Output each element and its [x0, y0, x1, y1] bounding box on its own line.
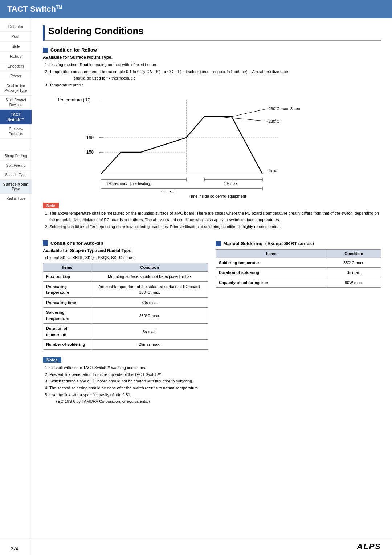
notes-item-1: Consult with us for TACT Switch™ washing… [49, 364, 381, 371]
svg-text:260˚C max. 3 sec max.: 260˚C max. 3 sec max. [269, 106, 301, 111]
sidebar-item-detector[interactable]: Detector [0, 22, 32, 32]
sidebar-item-slide[interactable]: Slide [0, 42, 32, 52]
sub-sidebar-sharp[interactable]: Sharp Feeling [0, 151, 32, 161]
notes-list: Consult with us for TACT Switch™ washing… [43, 364, 381, 405]
manual-table: Items Condition Soldering temperature 35… [216, 249, 381, 288]
svg-text:Time: Time [268, 168, 278, 173]
sidebar-item-push[interactable]: Push [0, 32, 32, 41]
svg-text:120 sec max.（pre-heating）: 120 sec max.（pre-heating） [106, 182, 154, 186]
auto-dip-col-items: Items [43, 263, 91, 272]
svg-text:Temperature (˚C): Temperature (˚C) [57, 97, 90, 102]
auto-dip-heading: Conditions for Auto-dip [43, 240, 208, 246]
auto-dip-duration-cond: 5s max. [91, 324, 208, 340]
sidebar-item-tact[interactable]: TACT Switch™ [0, 110, 32, 125]
sidebar: Detector Push Slide Rotary Encoders Powe… [0, 18, 32, 555]
note-item-1: The above temperature shall be measured … [49, 210, 381, 223]
header: TACT SwitchTM [0, 0, 392, 18]
auto-dip-soldtemp-item: Soldering temperature [43, 308, 91, 324]
notes-item-5: Use the flux with a specific gravity of … [49, 392, 381, 405]
sub-sidebar-snapin[interactable]: Snap-in Type [0, 170, 32, 180]
auto-dip-table: Items Condition Flux built-up Mounting s… [43, 263, 208, 350]
two-col-section: Conditions for Auto-dip Available for Sn… [43, 235, 381, 350]
sub-sidebar-radial[interactable]: Radial Type [0, 194, 32, 203]
notes-item-4: The second soldering should be done afte… [49, 385, 381, 392]
manual-heading: Manual Soldering（Except SKRT series） [216, 240, 381, 247]
alps-logo: ALPS [357, 542, 381, 551]
manual-col-items: Items [216, 249, 327, 258]
main-content: Soldering Conditions Condition for Reflo… [32, 18, 392, 555]
svg-line-12 [217, 117, 268, 121]
reflow-list: Heating method: Double heating method wi… [43, 61, 381, 89]
sidebar-item-encoders[interactable]: Encoders [0, 61, 32, 71]
note-list: The above temperature shall be measured … [43, 210, 381, 230]
blue-square-3-icon [216, 241, 221, 246]
layout: Detector Push Slide Rotary Encoders Powe… [0, 18, 392, 555]
auto-dip-duration-item: Duration of immersion [43, 324, 91, 340]
reflow-item-2: Temperature measurement: Thermocouple 0.… [49, 68, 381, 82]
table-row: Preheating temperature Ambient temperatu… [43, 281, 208, 297]
svg-text:230˚C: 230˚C [269, 119, 279, 123]
manual-soldtemp-cond: 350°C max. [327, 258, 381, 268]
auto-dip-flux-item: Flux built-up [43, 272, 91, 282]
auto-dip-soldtemp-cond: 260°C max. [91, 308, 208, 324]
sidebar-item-rotary[interactable]: Rotary [0, 52, 32, 61]
auto-dip-except: （Except SKHJ, SKHL, SKQJ, SKQK, SKEG ser… [43, 255, 208, 261]
auto-dip-pretemp-item: Preheating temperature [43, 281, 91, 297]
chart-svg: Temperature (˚C) 150 180 [54, 94, 301, 192]
notes-box: Notes Consult with us for TACT Switch™ w… [43, 357, 381, 405]
table-row: Duration of immersion 5s max. [43, 324, 208, 340]
note-label: Note [43, 203, 59, 208]
svg-text:3 to 4min.: 3 to 4min. [161, 190, 179, 192]
sidebar-item-custom[interactable]: Custom-Products [0, 125, 32, 139]
sub-sidebar-soft[interactable]: Soft Feeling [0, 161, 32, 170]
page-title: Soldering Conditions [43, 25, 381, 41]
note-item-2: Soldering conditions differ depending on… [49, 223, 381, 230]
auto-dip-pretime-item: Preheating time [43, 297, 91, 308]
reflow-sublabel: Available for Surface Mount Type. [43, 55, 381, 60]
auto-dip-flux-cond: Mounting surface should not be exposed t… [91, 272, 208, 282]
manual-soldering-section: Manual Soldering（Except SKRT series） Ite… [216, 235, 381, 350]
manual-duration-cond: 3s max. [327, 268, 381, 278]
auto-dip-pretemp-cond: Ambient temperature of the soldered surf… [91, 281, 208, 297]
manual-capacity-item: Capacity of soldering iron [216, 278, 327, 288]
notes-label: Notes [43, 357, 61, 363]
manual-capacity-cond: 60W max. [327, 278, 381, 288]
chart-caption: Time inside soldering equipment [54, 194, 381, 198]
note-box: Note The above temperature shall be meas… [43, 203, 381, 230]
sidebar-item-power[interactable]: Power [0, 71, 32, 81]
footer: 374 ALPS [0, 538, 392, 555]
sub-sidebar-surface[interactable]: Surface Mount Type [0, 180, 32, 194]
auto-dip-number-cond: 2times max. [91, 340, 208, 350]
blue-square-2-icon [43, 240, 48, 246]
manual-col-condition: Condition [327, 249, 381, 258]
svg-line-10 [232, 109, 268, 117]
auto-dip-number-item: Number of soldering [43, 340, 91, 350]
table-row: Soldering temperature 260°C max. [43, 308, 208, 324]
svg-text:180: 180 [86, 135, 94, 140]
auto-dip-col-condition: Condition [91, 263, 208, 272]
reflow-item-1: Heating method: Double heating method wi… [49, 61, 381, 68]
svg-text:40s max.: 40s max. [224, 182, 238, 186]
notes-item-3: Switch terminals and a PC board should n… [49, 378, 381, 385]
temperature-chart: Temperature (˚C) 150 180 [54, 94, 381, 198]
auto-dip-section: Conditions for Auto-dip Available for Sn… [43, 235, 208, 350]
auto-dip-pretime-cond: 60s max. [91, 297, 208, 308]
sidebar-item-dual[interactable]: Dual-in-line Package Type [0, 81, 32, 96]
svg-text:150: 150 [86, 150, 94, 155]
table-row: Number of soldering 2times max. [43, 340, 208, 350]
notes-item-2: Prevent flux penetration from the top si… [49, 371, 381, 378]
manual-duration-item: Duration of soldering [216, 268, 327, 278]
reflow-heading: Condition for Reflow [43, 47, 381, 53]
reflow-item-3: Temperature profile [49, 82, 381, 89]
manual-soldtemp-item: Soldering temperature [216, 258, 327, 268]
page-number: 374 [11, 546, 18, 551]
table-row: Flux built-up Mounting surface should no… [43, 272, 208, 282]
blue-square-icon [43, 48, 48, 53]
auto-dip-sublabel: Available for Snap-in Type and Radial Ty… [43, 248, 208, 253]
table-row: Soldering temperature 350°C max. [216, 258, 381, 268]
table-row: Capacity of soldering iron 60W max. [216, 278, 381, 288]
sidebar-item-multi[interactable]: Multi Control Devices [0, 96, 32, 110]
table-row: Duration of soldering 3s max. [216, 268, 381, 278]
header-title: TACT SwitchTM [7, 4, 62, 14]
table-row: Preheating time 60s max. [43, 297, 208, 308]
